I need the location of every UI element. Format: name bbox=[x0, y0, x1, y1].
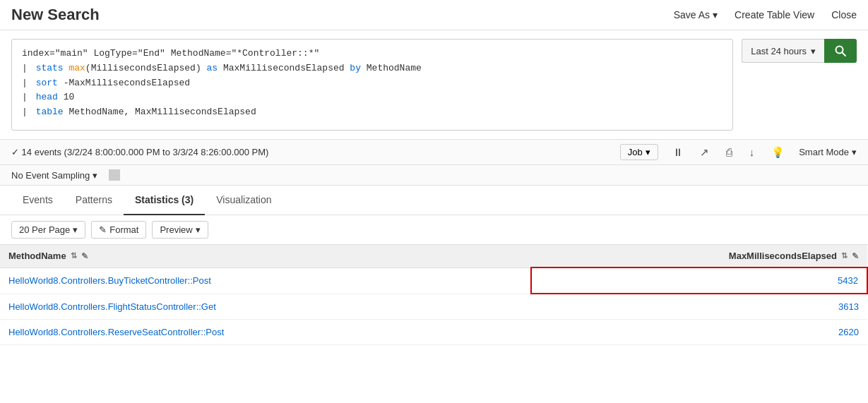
save-as-button[interactable]: Save As ▾ bbox=[674, 6, 718, 23]
max-ms-cell: 3613 bbox=[531, 294, 867, 320]
svg-line-1 bbox=[842, 52, 845, 56]
method-name-cell[interactable]: HelloWorld8.Controllers.FlightStatusCont… bbox=[0, 294, 531, 320]
download-button[interactable]: ↓ bbox=[747, 145, 758, 160]
info-icon: 💡 bbox=[771, 146, 785, 158]
results-table-container: MethodName ⇅ ✎ MaxMillisecondsElapsed ⇅ … bbox=[0, 245, 868, 345]
method-name-cell[interactable]: HelloWorld8.Controllers.ReserveSeatContr… bbox=[0, 320, 531, 345]
table-row: HelloWorld8.Controllers.ReserveSeatContr… bbox=[0, 320, 867, 345]
share-button[interactable]: ↗ bbox=[697, 145, 712, 160]
query-editor[interactable]: index="main" LogType="End" MethodName="*… bbox=[11, 39, 733, 131]
progress-indicator bbox=[109, 169, 120, 181]
tabs-row: Events Patterns Statistics (3) Visualiza… bbox=[0, 186, 868, 215]
sampling-label: No Event Sampling bbox=[11, 170, 90, 181]
sampling-button[interactable]: No Event Sampling ▾ bbox=[11, 170, 97, 181]
table-body: HelloWorld8.Controllers.BuyTicketControl… bbox=[0, 267, 867, 345]
download-icon: ↓ bbox=[749, 146, 755, 158]
search-icon bbox=[834, 44, 847, 57]
chevron-down-icon: ▾ bbox=[811, 46, 816, 56]
max-ms-header: MaxMillisecondsElapsed ⇅ ✎ bbox=[531, 245, 867, 267]
chevron-down-icon: ▾ bbox=[93, 170, 97, 181]
print-icon: ⎙ bbox=[726, 146, 732, 158]
events-status: ✓ 14 events (3/2/24 8:00:00.000 PM to 3/… bbox=[11, 147, 268, 157]
tab-patterns[interactable]: Patterns bbox=[64, 186, 124, 215]
search-button[interactable] bbox=[824, 39, 857, 63]
chevron-down-icon: ▾ bbox=[196, 224, 201, 235]
per-page-button[interactable]: 20 Per Page ▾ bbox=[11, 221, 85, 239]
print-button[interactable]: ⎙ bbox=[723, 145, 735, 160]
edit-column-icon-2[interactable]: ✎ bbox=[852, 251, 859, 261]
page-title: New Search bbox=[11, 6, 100, 24]
preview-button[interactable]: Preview ▾ bbox=[152, 221, 208, 239]
smart-mode-button[interactable]: Smart Mode ▾ bbox=[799, 147, 857, 157]
tab-visualization[interactable]: Visualization bbox=[205, 186, 283, 215]
time-search-group: Last 24 hours ▾ bbox=[742, 39, 857, 63]
edit-icon: ✎ bbox=[99, 224, 107, 235]
method-name-cell[interactable]: HelloWorld8.Controllers.BuyTicketControl… bbox=[0, 267, 531, 294]
create-table-view-button[interactable]: Create Table View bbox=[735, 6, 814, 23]
chevron-down-icon: ▾ bbox=[73, 224, 78, 235]
status-right: Job ▾ ⏸ ↗ ⎙ ↓ 💡 Smart Mode ▾ bbox=[620, 144, 857, 160]
max-ms-cell: 2620 bbox=[531, 320, 867, 345]
method-name-header: MethodName ⇅ ✎ bbox=[0, 245, 531, 267]
status-left: ✓ 14 events (3/2/24 8:00:00.000 PM to 3/… bbox=[11, 147, 268, 157]
table-header-row: MethodName ⇅ ✎ MaxMillisecondsElapsed ⇅ … bbox=[0, 245, 867, 267]
max-ms-cell: 5432 bbox=[531, 267, 867, 294]
toolbar: 20 Per Page ▾ ✎ Format Preview ▾ bbox=[0, 215, 868, 245]
format-button[interactable]: ✎ Format bbox=[91, 221, 146, 239]
chevron-down-icon: ▾ bbox=[646, 147, 650, 157]
tab-events[interactable]: Events bbox=[11, 186, 64, 215]
header-actions: Save As ▾ Create Table View Close bbox=[674, 6, 857, 23]
table-row: HelloWorld8.Controllers.BuyTicketControl… bbox=[0, 267, 867, 294]
query-section: index="main" LogType="End" MethodName="*… bbox=[0, 30, 868, 140]
chevron-down-icon: ▾ bbox=[713, 9, 718, 20]
pause-icon: ⏸ bbox=[672, 146, 683, 158]
job-button[interactable]: Job ▾ bbox=[620, 144, 658, 160]
close-button[interactable]: Close bbox=[831, 6, 857, 23]
table-row: HelloWorld8.Controllers.FlightStatusCont… bbox=[0, 294, 867, 320]
time-selector-label: Last 24 hours bbox=[751, 46, 807, 56]
tab-statistics[interactable]: Statistics (3) bbox=[124, 186, 205, 215]
pause-button[interactable]: ⏸ bbox=[670, 145, 686, 160]
info-button[interactable]: 💡 bbox=[768, 145, 787, 160]
status-bar: ✓ 14 events (3/2/24 8:00:00.000 PM to 3/… bbox=[0, 140, 868, 165]
chevron-down-icon: ▾ bbox=[852, 147, 857, 157]
results-table: MethodName ⇅ ✎ MaxMillisecondsElapsed ⇅ … bbox=[0, 245, 868, 345]
header: New Search Save As ▾ Create Table View C… bbox=[0, 0, 868, 30]
time-dropdown[interactable]: Last 24 hours ▾ bbox=[742, 39, 824, 63]
sampling-bar: No Event Sampling ▾ bbox=[0, 165, 868, 186]
query-line-1: index="main" LogType="End" MethodName="*… bbox=[22, 48, 319, 59]
sort-icon-2[interactable]: ⇅ bbox=[841, 251, 848, 260]
edit-column-icon[interactable]: ✎ bbox=[81, 251, 88, 261]
share-icon: ↗ bbox=[700, 146, 709, 158]
sort-icon[interactable]: ⇅ bbox=[71, 251, 77, 260]
